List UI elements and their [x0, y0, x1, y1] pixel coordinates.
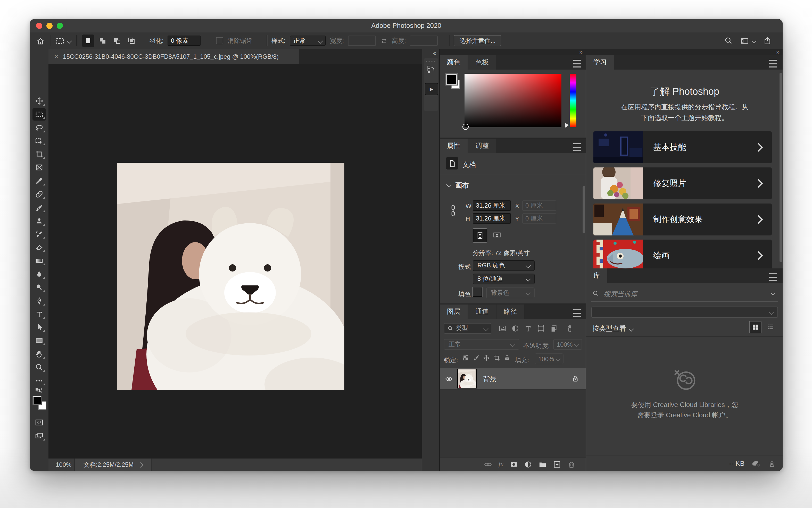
learn-card-basic-skills[interactable]: 基本技能: [594, 131, 772, 163]
eyedropper-tool[interactable]: [33, 175, 46, 187]
width-input[interactable]: [348, 36, 376, 46]
blur-tool[interactable]: [33, 268, 46, 280]
collapse-dock-button[interactable]: »: [579, 49, 582, 55]
add-layer-mask-icon[interactable]: [510, 460, 518, 468]
height-input[interactable]: [410, 36, 438, 46]
learn-card-creative-effects[interactable]: 制作创意效果: [594, 204, 772, 236]
expand-dock-button[interactable]: «: [433, 50, 436, 56]
default-swap-colors[interactable]: [33, 387, 46, 395]
document-tab[interactable]: × 15CC0256-31B0-4046-80CC-3DB0FD8A5107_1…: [48, 49, 299, 64]
type-tool[interactable]: [33, 308, 46, 321]
tool-preset-picker[interactable]: [56, 36, 71, 45]
hue-strip[interactable]: [570, 74, 576, 127]
pen-tool[interactable]: [33, 295, 46, 307]
canvas-viewport[interactable]: [48, 64, 422, 459]
gradient-tool[interactable]: [33, 255, 46, 267]
canvas-height-input[interactable]: [473, 213, 511, 224]
share-icon[interactable]: [764, 37, 771, 45]
lock-artboard-icon[interactable]: [493, 354, 500, 361]
filter-shape-layers-icon[interactable]: [537, 325, 545, 332]
foreground-color-swatch[interactable]: [446, 74, 457, 85]
orientation-portrait-button[interactable]: [473, 228, 487, 243]
foreground-background-swatches[interactable]: [33, 396, 46, 411]
new-group-folder-icon[interactable]: [539, 460, 547, 468]
saturation-field[interactable]: [464, 74, 561, 127]
tab-learn[interactable]: 学习: [586, 55, 614, 70]
learn-card-retouch-photos[interactable]: 修复照片: [594, 167, 772, 199]
library-select-dropdown[interactable]: [591, 306, 778, 318]
intersect-selection-button[interactable]: [125, 35, 138, 47]
opacity-field[interactable]: 100%: [553, 339, 582, 350]
filter-adjustment-layers-icon[interactable]: [512, 325, 519, 332]
panel-menu-icon[interactable]: [769, 60, 777, 68]
layer-visibility-eye-icon[interactable]: [445, 375, 453, 383]
link-layers-icon[interactable]: [484, 460, 492, 468]
eraser-tool[interactable]: [33, 241, 46, 253]
rectangular-marquee-tool[interactable]: [33, 108, 46, 121]
tab-swatches[interactable]: 色板: [468, 55, 496, 70]
tab-libraries[interactable]: 库: [586, 268, 607, 283]
tab-paths[interactable]: 路径: [496, 304, 524, 319]
layer-filter-dropdown[interactable]: 类型: [444, 323, 491, 334]
history-panel-icon[interactable]: [427, 65, 435, 73]
crop-tool[interactable]: [33, 148, 46, 160]
anti-alias-checkbox[interactable]: [216, 37, 224, 44]
filter-smart-objects-icon[interactable]: [550, 325, 558, 332]
select-and-mask-button[interactable]: 选择并遮住...: [454, 35, 501, 46]
dodge-tool[interactable]: [33, 281, 46, 294]
screen-mode-button[interactable]: [33, 430, 46, 442]
move-tool[interactable]: [33, 95, 46, 107]
new-adjustment-layer-icon[interactable]: [525, 460, 532, 468]
tab-adjustments[interactable]: 调整: [468, 139, 496, 153]
lasso-tool[interactable]: [33, 122, 46, 134]
home-icon[interactable]: [36, 36, 45, 45]
fill-color-swatch[interactable]: [473, 288, 482, 297]
lock-pixels-icon[interactable]: [473, 354, 480, 361]
delete-trash-icon[interactable]: [768, 459, 776, 467]
swap-dimensions-icon[interactable]: [380, 37, 388, 45]
add-to-selection-button[interactable]: [96, 35, 109, 47]
tab-layers[interactable]: 图层: [440, 304, 468, 319]
tab-color[interactable]: 颜色: [440, 55, 468, 70]
style-dropdown[interactable]: 正常: [289, 36, 326, 46]
mode-dropdown[interactable]: RGB 颜色: [473, 260, 535, 271]
collapse-dock-button[interactable]: »: [776, 49, 779, 55]
link-dimensions-icon[interactable]: [450, 205, 456, 217]
delete-layer-trash-icon[interactable]: [568, 460, 576, 468]
object-selection-tool[interactable]: [33, 134, 46, 147]
layer-name[interactable]: 背景: [483, 375, 496, 384]
healing-brush-tool[interactable]: [33, 188, 46, 201]
workspace-switcher[interactable]: [740, 37, 756, 45]
zoom-tool[interactable]: [33, 361, 46, 374]
filter-pixel-layers-icon[interactable]: [498, 325, 506, 332]
canvas-width-input[interactable]: [473, 201, 511, 211]
panel-menu-icon[interactable]: [573, 309, 581, 317]
frame-tool[interactable]: [33, 161, 46, 174]
path-selection-tool[interactable]: [33, 321, 46, 333]
view-by-type-dropdown[interactable]: 按类型查看: [593, 324, 633, 333]
lock-all-icon[interactable]: [504, 354, 511, 361]
actions-panel-button[interactable]: ▶: [425, 83, 438, 95]
lock-transparency-icon[interactable]: [462, 354, 469, 361]
canvas-x-input[interactable]: [522, 201, 556, 211]
hand-tool[interactable]: [33, 348, 46, 360]
layer-style-fx-icon[interactable]: fx: [498, 460, 503, 468]
canvas-y-input[interactable]: [522, 213, 556, 224]
cloud-sync-error-icon[interactable]: [752, 459, 761, 467]
panel-menu-icon[interactable]: [573, 143, 581, 151]
subtract-from-selection-button[interactable]: [111, 35, 123, 47]
layer-row-background[interactable]: 背景: [440, 368, 586, 389]
chevron-down-icon[interactable]: [771, 290, 776, 295]
edit-toolbar-button[interactable]: [33, 375, 46, 387]
dock-grip[interactable]: [427, 61, 436, 62]
rectangle-tool[interactable]: [33, 334, 46, 347]
close-tab-icon[interactable]: ×: [55, 53, 58, 60]
bit-depth-dropdown[interactable]: 8 位/通道: [473, 273, 535, 284]
foreground-color-swatch[interactable]: [33, 396, 41, 405]
blend-mode-dropdown[interactable]: 正常: [444, 339, 519, 350]
document-info[interactable]: 文档:2.25M/2.25M: [74, 459, 152, 471]
feather-input[interactable]: [168, 36, 201, 46]
learn-card-painting[interactable]: 绘画: [594, 240, 772, 268]
properties-scrollbar[interactable]: [582, 186, 585, 234]
layer-thumbnail[interactable]: [457, 369, 477, 388]
